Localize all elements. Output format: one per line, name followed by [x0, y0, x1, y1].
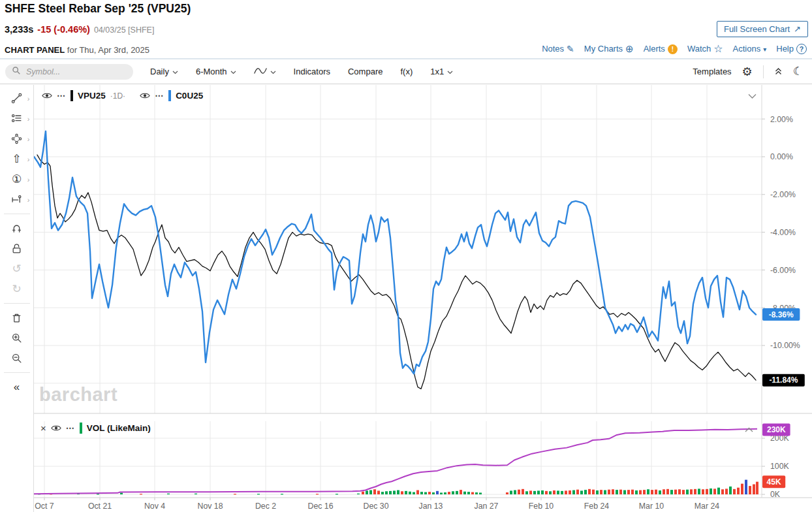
chart-area[interactable]: 2.00%0.00%-2.00%-4.00%-6.00%-8.00%-10.00… [34, 85, 812, 512]
volume-bar [557, 490, 559, 494]
sidebar-delete-drawings-button[interactable] [2, 308, 32, 328]
volume-bar [682, 490, 685, 494]
sidebar-magnet-tool[interactable] [2, 218, 32, 238]
eye-icon[interactable] [140, 92, 150, 99]
collapse-sidebar-icon: « [14, 381, 20, 392]
x-axis-label: Oct 7 [35, 502, 54, 511]
volume-bar [627, 490, 630, 494]
chart-canvas[interactable]: 2.00%0.00%-2.00%-4.00%-6.00%-8.00%-10.00… [34, 85, 812, 512]
last-price: 3,233s [5, 24, 33, 35]
legend-symbol-vpu25[interactable]: VPU25 [78, 91, 106, 101]
panel-title: CHART PANEL for Thu, Apr 3rd, 2025 [5, 45, 149, 55]
layout-dropdown[interactable]: 1x1 [430, 67, 453, 76]
sidebar-zoom-in-button[interactable] [2, 328, 32, 348]
volume-bar [631, 490, 634, 494]
link-notes[interactable]: Notes✎ [542, 44, 574, 54]
volume-bar [604, 490, 606, 494]
volume-bar [643, 490, 646, 494]
volume-bar [471, 492, 474, 494]
star-icon: ☆ [713, 42, 723, 55]
sidebar-number-annotation-tool[interactable]: ①› [2, 169, 32, 189]
volume-bar [456, 491, 458, 494]
toolbar-divider [763, 65, 764, 78]
dark-mode-icon[interactable]: ☾ [793, 65, 803, 78]
chart-type-dropdown[interactable] [254, 67, 276, 77]
sidebar-arrow-annotation-tool[interactable]: ⇧› [2, 149, 32, 169]
panel-label: CHART PANEL [5, 45, 65, 55]
volume-bar [234, 494, 236, 494]
expand-chevron-icon[interactable]: › [27, 115, 30, 123]
sidebar-zoom-out-button[interactable] [2, 348, 32, 368]
volume-bar [647, 489, 649, 494]
expand-chevron-icon[interactable]: › [27, 135, 30, 143]
volume-axis-label: 100K [770, 462, 790, 471]
series-menu-icon[interactable]: ⋯ [155, 91, 164, 101]
volume-bar [596, 490, 599, 494]
x-axis-label: Nov 18 [198, 502, 223, 511]
y-axis-label: -10.00% [770, 341, 800, 350]
volume-bar [729, 487, 732, 494]
range-dropdown[interactable]: 6-Month [196, 67, 236, 76]
expand-chevron-icon[interactable]: › [27, 176, 30, 184]
sidebar-trend-line-tool[interactable]: › [2, 88, 32, 108]
sidebar-lock-tool[interactable] [2, 238, 32, 259]
fibonacci-icon [11, 113, 22, 124]
question-circle-icon: ? [796, 44, 807, 54]
templates-button[interactable]: Templates [693, 67, 731, 76]
series-menu-icon[interactable]: ⋯ [66, 423, 75, 433]
volume-bar [522, 489, 524, 494]
volume-bar [549, 491, 552, 494]
volume-bar [432, 492, 435, 494]
volume-bar [409, 492, 411, 494]
volume-bar [529, 490, 532, 494]
eye-icon[interactable] [42, 92, 52, 99]
sidebar-divider [4, 214, 30, 214]
volume-bar [690, 489, 693, 494]
close-icon[interactable]: × [40, 423, 46, 433]
sidebar-measure-tool[interactable]: › [2, 189, 32, 210]
eye-icon[interactable] [51, 424, 61, 432]
sidebar-shapes-tool[interactable]: › [2, 129, 32, 149]
sidebar-divider [4, 372, 30, 373]
link-alerts[interactable]: Alerts! [644, 44, 678, 54]
legend-symbol-c0u25[interactable]: C0U25 [176, 91, 203, 101]
volume-bar [366, 490, 368, 494]
volume-bar [257, 494, 260, 494]
symbol-search[interactable] [5, 64, 133, 80]
chevron-down-icon [270, 67, 276, 76]
link-watch[interactable]: Watch☆ [687, 42, 723, 55]
gear-icon[interactable]: ⚙ [742, 65, 753, 79]
indicators-button[interactable]: Indicators [294, 67, 330, 76]
period-dropdown[interactable]: Daily [150, 67, 178, 76]
link-actions[interactable]: Actions▾ [733, 44, 767, 54]
volume-axis-label: 0K [770, 490, 781, 499]
expand-chevron-icon[interactable]: › [27, 95, 30, 103]
fullscreen-arrow-icon: ↗ [794, 24, 801, 34]
zoom-out-icon [11, 353, 22, 364]
volume-bar [670, 490, 673, 494]
sidebar-fibonacci-tool[interactable]: › [2, 108, 32, 129]
chevron-down-icon [447, 67, 453, 76]
expand-chevron-icon[interactable]: › [27, 155, 30, 163]
volume-bar [655, 490, 657, 494]
collapse-main-pane-chevron[interactable] [749, 95, 756, 99]
series-menu-icon[interactable]: ⋯ [57, 91, 66, 101]
compare-button[interactable]: Compare [348, 67, 383, 76]
volume-bar [725, 488, 728, 494]
link-help[interactable]: Help? [776, 44, 807, 54]
fx-button[interactable]: f(x) [400, 67, 413, 76]
measure-icon [11, 194, 22, 205]
x-axis-label: Mar 24 [695, 502, 719, 511]
x-axis-label: Nov 4 [144, 502, 165, 511]
volume-bar [710, 488, 712, 494]
volume-bar [588, 489, 591, 494]
full-screen-chart-button[interactable]: Full Screen Chart ↗ [717, 21, 808, 37]
sidebar-collapse-sidebar-button[interactable]: « [2, 377, 32, 397]
search-input[interactable] [25, 67, 125, 77]
link-my-charts[interactable]: My Charts⊕ [584, 43, 634, 55]
expand-chevron-icon[interactable]: › [27, 196, 30, 204]
legend-volume-label[interactable]: VOL (LikeMain) [87, 423, 151, 433]
vpu25-color-bar [70, 90, 73, 101]
collapse-toolbar-icon[interactable] [774, 67, 783, 77]
line-style-icon [254, 67, 267, 77]
